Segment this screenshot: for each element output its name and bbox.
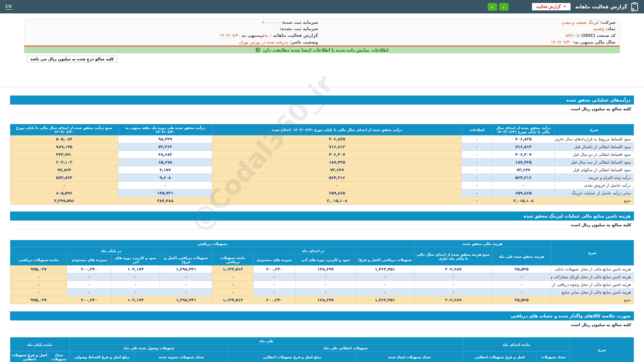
col-header-ytd-prev-adjusted: درآمد محقق شده از ابتدای سال مالی تا پای… [212, 124, 462, 135]
col-header-ytd-total: جمع درآمد محقق شده از ابتدای سال مالی تا… [10, 124, 118, 135]
unregistered-capital-field: سرمایه ثبت نشده: ۰ [24, 26, 322, 31]
group-header-fin-cost: هزینه مالی محقق شده [414, 240, 551, 247]
row-label: درآمد وجه التزام و جریمه [554, 174, 634, 182]
isic-value: ۵۸۹۱۰۵ [566, 33, 579, 38]
cell-value: ۴۰۶,۳۰۷ [492, 151, 555, 159]
registered-capital-label: سرمایه ثبت شده: [282, 20, 318, 25]
cell-value: ۲۰۰,۲۴۰ [67, 296, 111, 304]
cell-value: ۰ [10, 289, 67, 296]
col-header-end-principal: تسهیلات دریافتی (اصل و فرع) [160, 254, 212, 265]
cell-value: ۲۰۰,۲۴۰ [254, 265, 296, 273]
col-header-ytd-prev: درآمد محقق شده از ابتداي سال مالي تا پای… [492, 124, 555, 135]
group-header-during-month: طی ماه [69, 338, 463, 345]
cell-value: ۰ [111, 281, 160, 289]
col-header-month-cost: هزینه محقق شده طی ماه [492, 247, 551, 265]
table-row: سود اقساط انتقالی از یکسال قبل۷۱۶,۸۱۳۰۷۱… [10, 143, 634, 151]
cell-value: ۰ [10, 281, 67, 289]
cell-value: ۵۰۵,۰۸۴ [10, 135, 118, 143]
registered-capital-field: سرمایه ثبت شده: ۶,۰۰۰,۰۰۰ [24, 20, 322, 25]
cell-value: ۱۰۳,۱۷۴ [111, 296, 160, 304]
issuer-status-label: وضعیت ناشر: [290, 40, 318, 45]
total-row: جمع۳,۰۱۵,۱۰۸۰۳,۰۱۵,۱۰۸۳۸۴,۴۸۸۳,۳۹۹,۵۹۶ [10, 197, 634, 205]
col-header-begin-balance: مانده تسهیلات دریافتی [212, 254, 254, 265]
prev-report-button[interactable]: ‹ [488, 3, 497, 11]
info-row: نماد: ولصنم سرمایه ثبت نشده: ۰ [24, 26, 620, 33]
amounts-note-row: کلیه مبالغ درج شده به میلیون ریال می باش… [0, 56, 644, 63]
row-label: هزینه تامین منابع مالی از محل اوراق مشار… [551, 273, 634, 281]
cell-value: ۲۰۳,۱۰۳ [10, 159, 118, 166]
cell-value: ۹,۶۰۸ [118, 174, 212, 182]
cell-value: ۰ [67, 289, 111, 296]
col-header-begin-principal: اصل و فرع تسهیلات اعطایی [463, 352, 536, 362]
cell-value: ۲۵,۵۲۵ [492, 265, 551, 273]
cell-value: ۰ [414, 281, 492, 289]
col-header-created-count: تعداد تسهیلات ایجاد شده [356, 352, 463, 362]
cell-value: ۰ [10, 182, 118, 189]
table-row: سود اقساط مربوط به قراردادهای سال جاری۴۰… [10, 135, 634, 143]
row-label: سود اقساط انتقالی از یکسال قبل [554, 143, 634, 151]
period-middle: منتهی به [242, 33, 261, 38]
row-label: هزینه تامین منابع مالی از محل وجوه دریاف… [551, 281, 634, 289]
info-row: سال مالی منتهی به: ۱۴۰۴/۰۹/۳۰ وضعیت ناشر… [24, 39, 620, 46]
cell-value: ۶۵۹,۸۶۵ [492, 189, 555, 197]
amounts-note-box: کلیه مبالغ درج شده به میلیون ریال می باش… [27, 56, 117, 62]
cell-value: ۱۴۵,۷۳۱ [118, 189, 212, 197]
unit-note: کلیه مبالغ به میلیون ریال است [10, 221, 634, 229]
cell-value: ۰ [212, 273, 254, 281]
cell-value: ۰ [212, 182, 462, 189]
isic-label: کد صنعت (ISIC): [580, 33, 615, 38]
row-label: سایر درآمد حاصل از عملیات لیزینگ [554, 189, 634, 197]
topbar-right-cluster: گزارش فعالیت ماهانه ▼ گزارش فعالیت › ‹ [486, 2, 639, 11]
col-header-begin-count: تعداد تسهیلات [537, 352, 570, 362]
table-row: سود اقساط انتقالی از دو سال قبل۴۰۶,۳۰۷۰۴… [10, 151, 634, 159]
next-report-button[interactable]: › [499, 3, 508, 11]
cell-value: ۰ [462, 159, 492, 166]
report-type-dropdown[interactable]: ▼ گزارش فعالیت [532, 3, 571, 10]
cell-value: ۰ [160, 281, 212, 289]
group-header-collected: تسهیلات وصول شده طی ماه [69, 345, 228, 352]
group-header-begin-balance: مانده ابتدای ماه [463, 338, 570, 352]
cell-value: ۱۵,۶۷۸ [118, 159, 212, 166]
cell-value: ۰ [462, 197, 492, 205]
table-row: هزینه تامین منابع مالی از محل سایر منابع… [10, 289, 634, 296]
cell-value: ۰ [462, 174, 492, 182]
cell-value: ۰ [111, 289, 160, 296]
cell-value: ۰ [414, 273, 492, 281]
cell-value: ۰ [295, 281, 356, 289]
cell-value: ۳,۰۱۵,۱۰۸ [212, 197, 462, 205]
cell-value: ۴۴۴,۹۹۰ [10, 151, 118, 159]
cell-value: ۵۶۴,۲۱۶ [492, 174, 555, 182]
period-prefix: گزارش فعالیت ماهانه [273, 33, 318, 38]
unit-note: کلیه مبالغ به میلیون ریال است [10, 320, 634, 329]
cell-value: ۱۲۸,۶۹۹ [295, 296, 356, 304]
report-type-label: گزارش فعالیت [536, 4, 561, 9]
cell-value: ۰ [160, 273, 212, 281]
cell-value: ۰ [295, 273, 356, 281]
col-header-month-revenue: درآمد محقق شده طی دوره یک ماهه منتهی به … [118, 124, 212, 135]
group-header-granted: تسهیلات اعطایی طی ماه [228, 345, 463, 352]
section-goods-summary: صورت خلاصه کالاهای واگذار شده و حساب های… [10, 311, 634, 362]
clipboard-report-icon [631, 2, 639, 11]
cell-value: ۶۵۹,۸۶۵ [212, 189, 462, 197]
cell-value: ۰ [356, 281, 414, 289]
page-title: گزارش فعالیت ماهانه [575, 4, 627, 9]
symbol-value: ولصنم [593, 26, 604, 31]
unregistered-capital-label: سرمایه ثبت نشده: [280, 26, 318, 31]
cell-value: ۴۰۶,۳۰۷ [212, 151, 462, 159]
cell-value: ۰ [10, 273, 67, 281]
cell-value: ۷۱۶,۸۱۳ [492, 143, 555, 151]
cell-value: ۱۰۳,۱۷۴ [111, 265, 160, 273]
language-switch-en[interactable]: EN [5, 4, 12, 10]
fiscal-year-label: سال مالی منتهی به: [573, 40, 615, 45]
issuer-status-field: وضعیت ناشر: پذیرفته شده در بورس تهران [24, 40, 322, 45]
cell-value: ۰ [492, 182, 555, 189]
table-row: هزینه تامین منابع مالی از محل اوراق مشار… [10, 273, 634, 281]
isic-field: کد صنعت (ISIC): ۵۸۹۱۰۵ [322, 33, 620, 38]
topbar: گزارش فعالیت ماهانه ▼ گزارش فعالیت › ‹ E… [0, 0, 644, 13]
col-header-begin-principal: تسهیلات دریافتی (اصل و فرع) [356, 254, 414, 265]
col-header-end-balance: مانده تسهیلات دریافتی [10, 254, 67, 265]
cell-value: ۰ [118, 182, 212, 189]
company-field: شرکت: لیزینگ صنعت و معدن [322, 20, 620, 25]
cell-value: ۰ [212, 289, 254, 296]
cell-value: ۱,۲۹۸,۴۴۱ [160, 296, 212, 304]
